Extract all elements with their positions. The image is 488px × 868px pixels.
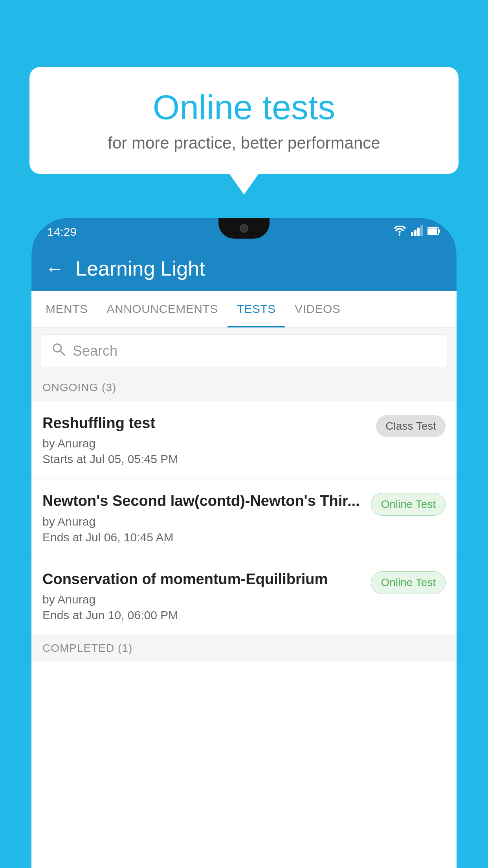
speech-bubble: Online tests for more practice, better p… bbox=[29, 67, 459, 174]
test-info: Reshuffling test by Anurag Starts at Jul… bbox=[42, 414, 368, 466]
test-item[interactable]: Reshuffling test by Anurag Starts at Jul… bbox=[31, 401, 457, 479]
test-name: Reshuffling test bbox=[42, 414, 368, 433]
test-name: Conservation of momentum-Equilibrium bbox=[42, 570, 363, 589]
search-icon bbox=[51, 342, 66, 360]
svg-line-8 bbox=[61, 351, 65, 355]
test-list: Reshuffling test by Anurag Starts at Jul… bbox=[31, 401, 457, 635]
search-placeholder: Search bbox=[73, 343, 117, 359]
bubble-subtitle: for more practice, better performance bbox=[53, 134, 435, 153]
test-item[interactable]: Conservation of momentum-Equilibrium by … bbox=[31, 557, 457, 635]
camera bbox=[240, 224, 248, 233]
test-time: Starts at Jul 05, 05:45 PM bbox=[42, 452, 368, 466]
test-info: Newton's Second law(contd)-Newton's Thir… bbox=[42, 491, 363, 544]
search-container: Search bbox=[31, 327, 457, 374]
test-name: Newton's Second law(contd)-Newton's Thir… bbox=[42, 491, 363, 511]
test-time: Ends at Jul 06, 10:45 AM bbox=[42, 531, 363, 544]
test-badge: Online Test bbox=[371, 493, 446, 516]
tab-ments[interactable]: MENTS bbox=[36, 291, 97, 327]
back-button[interactable]: ← bbox=[46, 259, 64, 278]
test-author: by Anurag bbox=[42, 437, 368, 450]
wifi-icon bbox=[393, 226, 406, 239]
phone-notch bbox=[218, 218, 270, 239]
test-item[interactable]: Newton's Second law(contd)-Newton's Thir… bbox=[31, 479, 457, 557]
battery-icon bbox=[427, 226, 441, 238]
ongoing-section-label: ONGOING (3) bbox=[31, 374, 457, 401]
status-bar: 14:29 bbox=[31, 218, 457, 246]
tab-videos[interactable]: VIDEOS bbox=[285, 291, 350, 327]
test-badge: Online Test bbox=[371, 571, 446, 594]
app-title: Learning Light bbox=[75, 257, 205, 280]
test-info: Conservation of momentum-Equilibrium by … bbox=[42, 570, 363, 622]
signal-icon bbox=[411, 225, 423, 239]
status-icons bbox=[393, 225, 441, 239]
phone-screen: ← Learning Light MENTS ANNOUNCEMENTS TES… bbox=[31, 246, 457, 868]
test-author: by Anurag bbox=[42, 593, 363, 606]
svg-rect-5 bbox=[438, 230, 440, 233]
svg-rect-3 bbox=[420, 225, 423, 236]
svg-rect-0 bbox=[411, 232, 413, 236]
bubble-title: Online tests bbox=[53, 88, 435, 127]
tab-announcements[interactable]: ANNOUNCEMENTS bbox=[97, 291, 227, 327]
test-author: by Anurag bbox=[42, 515, 363, 528]
test-badge: Class Test bbox=[376, 415, 446, 437]
status-time: 14:29 bbox=[47, 225, 77, 239]
app-header: ← Learning Light bbox=[31, 246, 457, 291]
phone-frame: 14:29 bbox=[31, 218, 457, 868]
svg-rect-6 bbox=[428, 228, 437, 234]
search-box[interactable]: Search bbox=[40, 335, 448, 367]
tab-tests[interactable]: TESTS bbox=[227, 291, 285, 327]
tabs-bar: MENTS ANNOUNCEMENTS TESTS VIDEOS bbox=[31, 291, 457, 327]
svg-rect-1 bbox=[414, 230, 416, 236]
completed-section-label: COMPLETED (1) bbox=[31, 635, 457, 662]
svg-rect-2 bbox=[417, 228, 420, 236]
test-time: Ends at Jun 10, 06:00 PM bbox=[42, 609, 363, 622]
